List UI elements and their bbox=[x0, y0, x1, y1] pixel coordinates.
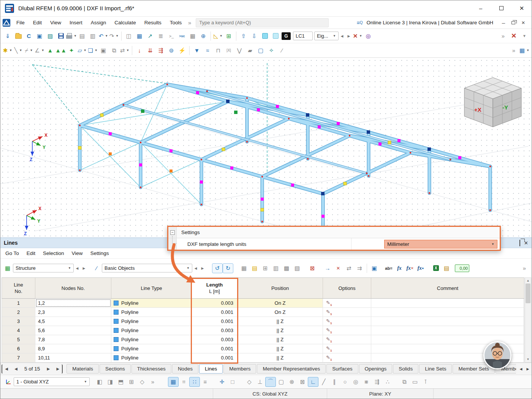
generate-loads-icon[interactable]: ⚡ bbox=[177, 46, 187, 55]
tab-member-representatives[interactable]: Member Representatives bbox=[257, 364, 326, 374]
view-history-forward-icon[interactable]: ↻ bbox=[223, 263, 233, 273]
workplane-offset-icon[interactable]: ⊞ bbox=[126, 377, 137, 387]
ortho-mode-icon[interactable]: ∟ bbox=[308, 377, 318, 387]
tabs-scroll-left-icon[interactable]: ◀ bbox=[518, 364, 524, 374]
new-line-load-icon[interactable]: ⇊ bbox=[145, 46, 155, 55]
stairs-up-icon[interactable]: ⇧ bbox=[238, 31, 249, 41]
search-input[interactable] bbox=[196, 18, 329, 27]
open-folder-icon[interactable] bbox=[13, 31, 24, 41]
guidelines-icon[interactable]: ≡ bbox=[200, 377, 211, 387]
panel-layout-icon[interactable]: ◫ bbox=[124, 31, 134, 41]
copy-objects-icon[interactable]: ⧉ bbox=[109, 46, 119, 55]
printout-report-icon[interactable]: ≣ bbox=[155, 31, 166, 41]
panel-menu-goto[interactable]: Go To bbox=[2, 248, 23, 258]
tables-icon[interactable]: ▦ bbox=[134, 31, 145, 41]
maximize-button[interactable] bbox=[491, 0, 511, 16]
delete-results-icon[interactable]: ✕▼ bbox=[352, 31, 363, 41]
prev-table-icon[interactable]: ◀ bbox=[11, 364, 21, 374]
toolbar2-overflow-icon[interactable]: » bbox=[508, 46, 519, 55]
add-table-icon[interactable]: ⊞ bbox=[223, 31, 234, 41]
mdi-restore-icon[interactable] bbox=[508, 18, 518, 28]
new-nodal-support-icon[interactable]: ▲ bbox=[45, 46, 55, 55]
move-rows-icon[interactable]: ⇉ bbox=[354, 263, 365, 273]
parallel-snap-icon[interactable]: ∥ bbox=[329, 377, 340, 387]
paint-icon[interactable]: ✧ bbox=[266, 46, 277, 55]
col-nodes[interactable]: Nodes No. bbox=[35, 278, 111, 298]
snap-points-icon[interactable]: ∷ bbox=[189, 377, 200, 387]
tab-materials[interactable]: Materials bbox=[66, 364, 99, 374]
visibility-box-1-icon[interactable] bbox=[260, 31, 270, 41]
undo-icon[interactable]: ↶▼ bbox=[98, 31, 109, 41]
length-units-select[interactable]: Millimeter ▼ bbox=[384, 240, 497, 249]
print-icon[interactable]: ▼ bbox=[66, 31, 77, 41]
panel-float-icon[interactable] bbox=[519, 240, 520, 246]
table-window-icon[interactable]: ▦▼ bbox=[519, 46, 530, 55]
new-polyline-icon[interactable]: ∠▼ bbox=[34, 46, 45, 55]
next-load-case-icon[interactable]: ▶ bbox=[345, 32, 352, 40]
category-prev-icon[interactable]: ◀ bbox=[192, 264, 199, 272]
model-viewport[interactable]: X Y Z X Y Z +X -Y bbox=[0, 58, 532, 238]
scrollbar-thumb[interactable] bbox=[526, 283, 530, 303]
dots-snap-icon[interactable]: ∴ bbox=[382, 377, 393, 387]
menu-edit[interactable]: Edit bbox=[29, 17, 46, 28]
col-comment[interactable]: Comment bbox=[371, 278, 524, 298]
measure-icon[interactable]: ∕ bbox=[277, 46, 287, 55]
panel-menu-settings[interactable]: Settings bbox=[87, 248, 113, 258]
last-table-icon[interactable]: ▶ bbox=[54, 364, 63, 374]
navigator-next-icon[interactable]: ▶ bbox=[81, 264, 87, 272]
new-surface-load-icon[interactable]: ⇶ bbox=[155, 46, 166, 55]
scroll-down-icon[interactable]: ▼ bbox=[525, 356, 531, 362]
load-case-select[interactable]: LC1 bbox=[293, 32, 313, 40]
swap-rows-icon[interactable]: ⇄ bbox=[344, 263, 354, 273]
web-service-icon[interactable]: ⊕ bbox=[198, 31, 209, 41]
circle-snap-icon[interactable]: ○ bbox=[340, 377, 350, 387]
panel-toolbar-overflow-icon[interactable]: » bbox=[519, 263, 530, 273]
clear-table-icon[interactable]: ⊠ bbox=[307, 263, 318, 273]
abc-check-icon[interactable]: ab= bbox=[383, 263, 394, 273]
generated-loads-icon[interactable]: G bbox=[281, 31, 291, 41]
tabs-scroll-right-icon[interactable]: ▶ bbox=[524, 364, 531, 374]
filter-icon[interactable]: ▼ bbox=[192, 46, 202, 55]
tab-thicknesses[interactable]: Thicknesses bbox=[131, 364, 171, 374]
menu-assign[interactable]: Assign bbox=[87, 17, 111, 28]
scroll-up-icon[interactable]: ▲ bbox=[525, 278, 531, 283]
collapse-icon[interactable]: − bbox=[170, 230, 175, 235]
delete-rows-icon[interactable]: ✕ bbox=[333, 263, 344, 273]
menu-tools[interactable]: Tools bbox=[166, 17, 186, 28]
navigator-select[interactable]: Structure▼ bbox=[13, 264, 74, 272]
category-select[interactable]: Basic Objects▼ bbox=[102, 264, 192, 272]
workplane-3point-icon[interactable]: ◇ bbox=[137, 377, 147, 387]
col-line-type[interactable]: Line Type bbox=[111, 278, 192, 298]
tab-lines[interactable]: Lines bbox=[199, 364, 223, 374]
new-line-support-icon[interactable]: ▲▲ bbox=[55, 46, 66, 55]
tab-surfaces[interactable]: Surfaces bbox=[326, 364, 358, 374]
new-line-icon[interactable]: ╲▼ bbox=[13, 46, 24, 55]
move-objects-icon[interactable]: ⇄▼ bbox=[119, 46, 130, 55]
eraser-icon[interactable]: ▰ bbox=[245, 46, 255, 55]
tab-nodes[interactable]: Nodes bbox=[172, 364, 198, 374]
scatter-snap-icon[interactable]: ⋇ bbox=[361, 377, 372, 387]
save-icon[interactable] bbox=[55, 31, 66, 41]
table-pattern-icon[interactable]: ▧ bbox=[292, 263, 302, 273]
new-nodal-load-icon[interactable]: ↓ bbox=[134, 46, 145, 55]
report-icon[interactable]: ▤ bbox=[441, 263, 452, 273]
menu-file[interactable]: File bbox=[12, 17, 29, 28]
console-icon[interactable]: >_ bbox=[166, 31, 177, 41]
tab-members[interactable]: Members bbox=[223, 364, 256, 374]
drawing-tools-icon[interactable]: ◺▼ bbox=[213, 31, 223, 41]
magnet-snap-icon[interactable]: ⌒ bbox=[265, 377, 276, 387]
show-results-icon[interactable]: ◎ bbox=[363, 31, 374, 41]
menu-insert[interactable]: Insert bbox=[65, 17, 87, 28]
arrows-snap-icon[interactable]: ⇶ bbox=[372, 377, 382, 387]
table-window2-icon[interactable]: ▣ bbox=[369, 263, 380, 273]
box-intersect-snap-icon[interactable]: ⊠ bbox=[297, 377, 308, 387]
ring-snap-icon[interactable]: ◎ bbox=[350, 377, 361, 387]
render-box-icon[interactable]: ▢ bbox=[255, 46, 266, 55]
table-view-icon[interactable]: ▦ bbox=[239, 263, 249, 273]
tab-line-sets[interactable]: Line Sets bbox=[419, 364, 452, 374]
square-snap-icon[interactable]: ▢ bbox=[276, 377, 287, 387]
snap-grid-icon[interactable]: ▦ bbox=[168, 377, 179, 387]
table-scrollbar[interactable]: ▲ ▼ bbox=[525, 277, 531, 363]
col-length[interactable]: LengthL [m] bbox=[192, 278, 238, 298]
circle-cross-snap-icon[interactable]: ⊗ bbox=[287, 377, 297, 387]
